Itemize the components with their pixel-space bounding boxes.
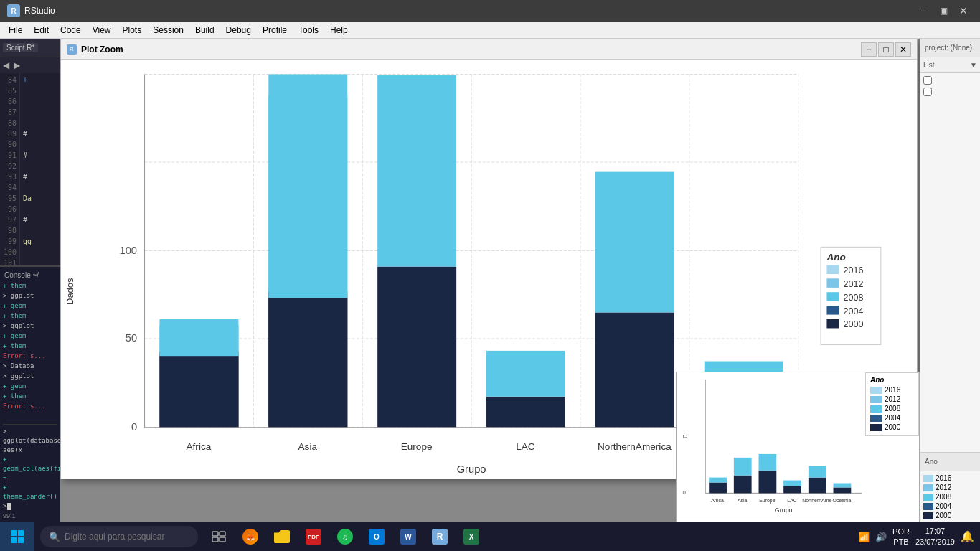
r-icon: R — [432, 529, 448, 545]
language-selector[interactable]: POR PTB — [892, 527, 910, 547]
mini-legend-color-2000 — [870, 424, 882, 431]
word-button[interactable]: W — [393, 522, 423, 551]
svg-text:2008: 2008 — [843, 293, 863, 303]
svg-text:LAC: LAC — [516, 441, 535, 452]
mini-legend-2004: 2004 — [870, 414, 914, 422]
taskbar-right: 📶 🔊 POR PTB 17:07 23/07/2019 🔔 — [858, 526, 980, 548]
svg-text:Grupo: Grupo — [457, 463, 486, 475]
dialog-icon: R — [67, 44, 77, 55]
outlook-icon: O — [369, 529, 385, 545]
task-view-button[interactable] — [204, 522, 234, 551]
svg-rect-33 — [826, 306, 839, 315]
forward-button[interactable]: ▶ — [14, 60, 20, 70]
checkbox-2[interactable] — [923, 88, 932, 96]
menu-code[interactable]: Code — [55, 24, 87, 37]
svg-text:2016: 2016 — [843, 265, 863, 276]
svg-text:Ano: Ano — [826, 252, 845, 263]
ano-2016: 2016 — [923, 474, 977, 482]
mini-legend-color-2012 — [870, 396, 882, 403]
right-panel-toolbar: List ▼ — [920, 57, 980, 73]
ano-color-2012 — [923, 484, 933, 491]
menu-tools[interactable]: Tools — [293, 24, 324, 37]
mini-legend-2012: 2012 — [870, 395, 914, 403]
app-title: RStudio — [24, 6, 55, 16]
window-controls: − ▣ ✕ — [914, 3, 973, 19]
script-tab[interactable]: Script.R* — [3, 43, 38, 52]
restore-button[interactable]: ▣ — [934, 3, 953, 19]
checkbox-1[interactable] — [923, 76, 932, 85]
ano-color-2008 — [923, 494, 933, 501]
menu-profile[interactable]: Profile — [257, 24, 293, 37]
svg-text:Asia: Asia — [298, 441, 318, 452]
ano-2000: 2000 — [923, 512, 977, 519]
line-numbers: 848586878889 909192939495 96979899100101… — [0, 73, 20, 265]
editor-toolbar: Script.R* — [0, 39, 60, 57]
svg-rect-45 — [759, 454, 777, 471]
menu-build[interactable]: Build — [189, 24, 220, 37]
files-button[interactable] — [267, 522, 297, 551]
svg-rect-42 — [734, 476, 752, 494]
console-output: + them > ggplot + geom + them > ggplot +… — [3, 281, 57, 424]
windows-icon — [10, 529, 24, 544]
language-primary: POR — [892, 527, 910, 537]
dialog-minimize[interactable]: − — [861, 42, 877, 57]
svg-text:0: 0 — [683, 489, 687, 496]
network-icon[interactable]: 📶 — [858, 532, 870, 542]
bar-europe-light2 — [377, 75, 456, 267]
code-editor-area[interactable]: 848586878889 909192939495 96979899100101… — [0, 73, 60, 265]
dialog-close[interactable]: ✕ — [895, 42, 911, 57]
ano-color-2000 — [923, 512, 933, 519]
minimize-button[interactable]: − — [914, 3, 933, 19]
menu-session[interactable]: Session — [147, 24, 189, 37]
clock[interactable]: 17:07 23/07/2019 — [915, 526, 955, 548]
spotify-button[interactable]: ♫ — [330, 522, 360, 551]
checkbox-row-2 — [923, 88, 977, 96]
ano-color-2004 — [923, 503, 933, 510]
firefox-button[interactable]: 🦊 — [235, 522, 265, 551]
spotify-icon: ♫ — [337, 529, 353, 545]
menu-plots[interactable]: Plots — [117, 24, 148, 37]
language-secondary: PTB — [893, 537, 908, 547]
dialog-titlebar: R Plot Zoom − □ ✕ — [61, 39, 917, 60]
dialog-maximize[interactable]: □ — [878, 42, 894, 57]
outlook-button[interactable]: O — [362, 522, 392, 551]
dialog-title: Plot Zoom — [81, 44, 123, 55]
center-area: R Plot Zoom − □ ✕ Dados — [60, 39, 920, 522]
console-position: 99:1 — [3, 511, 57, 519]
menu-edit[interactable]: Edit — [28, 24, 55, 37]
menu-help[interactable]: Help — [324, 24, 354, 37]
svg-text:Asia: Asia — [738, 498, 748, 503]
taskbar-search-bar[interactable]: 🔍 — [40, 526, 198, 547]
svg-text:0: 0 — [682, 435, 689, 438]
excel-icon: X — [463, 529, 479, 545]
menu-file[interactable]: File — [3, 24, 28, 37]
menu-view[interactable]: View — [87, 24, 117, 37]
ano-2012: 2012 — [923, 484, 977, 491]
date-display: 23/07/2019 — [915, 537, 955, 547]
notification-icon[interactable]: 🔔 — [961, 530, 974, 543]
list-dropdown[interactable]: ▼ — [970, 61, 977, 69]
svg-text:2004: 2004 — [843, 306, 863, 316]
console-panel: Console ~/ + them > ggplot + geom + them… — [0, 265, 60, 522]
svg-rect-66 — [220, 532, 225, 536]
pdf-button[interactable]: PDF — [298, 522, 329, 551]
svg-rect-47 — [783, 481, 801, 486]
close-button[interactable]: ✕ — [954, 3, 973, 19]
word-icon: W — [400, 529, 416, 545]
search-input[interactable] — [65, 532, 179, 542]
ano-legend-panel: 2016 2012 2008 2004 2000 — [920, 471, 980, 522]
search-icon: 🔍 — [49, 532, 60, 542]
firefox-icon: 🦊 — [242, 529, 258, 545]
bar-lac-light — [486, 351, 565, 397]
back-button[interactable]: ◀ — [3, 60, 9, 70]
start-button[interactable] — [0, 522, 34, 551]
svg-rect-67 — [212, 537, 218, 542]
y-axis-label: Dados — [61, 67, 78, 480]
volume-icon[interactable]: 🔊 — [875, 532, 887, 542]
excel-button[interactable]: X — [456, 522, 486, 551]
taskbar-apps: 🦊 PDF ♫ O W R X — [204, 522, 486, 551]
r-button[interactable]: R — [425, 522, 455, 551]
menu-debug[interactable]: Debug — [220, 24, 257, 37]
svg-text:Africa: Africa — [711, 498, 724, 503]
task-view-icon — [212, 531, 226, 542]
